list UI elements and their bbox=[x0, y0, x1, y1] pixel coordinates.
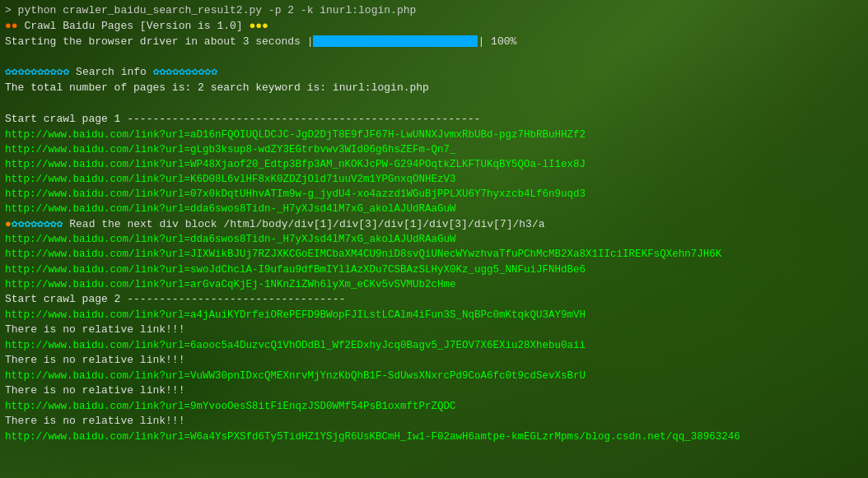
terminal-window: > python crawler_baidu_search_result2.py… bbox=[0, 0, 868, 478]
total-pages-line: The total number of pages is: 2 search k… bbox=[5, 81, 863, 96]
url-line-8: http://www.baidu.com/link?url=JIXWikBJUj… bbox=[5, 247, 863, 262]
url-line-p2-4: http://www.baidu.com/link?url=9mYvooOesS… bbox=[5, 399, 863, 414]
url-line-9: http://www.baidu.com/link?url=swoJdChclA… bbox=[5, 262, 863, 277]
url-line-5: http://www.baidu.com/link?url=07x0kDqtUH… bbox=[5, 187, 863, 202]
url-line-p2-2: http://www.baidu.com/link?url=6aooc5a4Du… bbox=[5, 338, 863, 353]
url-line-6: http://www.baidu.com/link?url=dda6swos8T… bbox=[5, 202, 863, 216]
crawl-header-line: ●● Crawl Baidu Pages [Version is 1.0] ●●… bbox=[5, 19, 863, 35]
url-line-10: http://www.baidu.com/link?url=arGvaCqKjE… bbox=[5, 277, 863, 292]
no-relative-1: There is no relative link!!! bbox=[5, 323, 863, 338]
command-line: > python crawler_baidu_search_result2.py… bbox=[5, 3, 863, 19]
progress-bar bbox=[313, 35, 478, 47]
url-line-7: http://www.baidu.com/link?url=dda6swos8T… bbox=[5, 232, 863, 247]
url-line-2: http://www.baidu.com/link?url=gLgb3ksup8… bbox=[5, 142, 863, 157]
empty-line-1 bbox=[5, 50, 863, 66]
url-line-1: http://www.baidu.com/link?url=aD16nFQOIU… bbox=[5, 128, 863, 142]
crawl-page2-start: Start crawl page 2 ---------------------… bbox=[5, 292, 863, 308]
empty-line-2 bbox=[5, 96, 863, 112]
url-line-p2-1: http://www.baidu.com/link?url=a4jAuiKYDr… bbox=[5, 308, 863, 323]
search-info-header: ✿✿✿✿✿✿✿✿✿✿ Search info ✿✿✿✿✿✿✿✿✿✿ bbox=[5, 65, 863, 81]
url-line-p2-5: http://www.baidu.com/link?url=W6a4YsPXSf… bbox=[5, 429, 863, 444]
no-relative-2: There is no relative link!!! bbox=[5, 353, 863, 369]
url-line-3: http://www.baidu.com/link?url=WP48Xjaof2… bbox=[5, 157, 863, 172]
starting-line: Starting the browser driver in about 3 s… bbox=[5, 35, 863, 50]
no-relative-3: There is no relative link!!! bbox=[5, 383, 863, 399]
read-next-div-line: ●✿✿✿✿✿✿✿✿ Read the next div block /html/… bbox=[5, 217, 863, 233]
crawl-page1-start: Start crawl page 1 ---------------------… bbox=[5, 112, 863, 128]
url-line-4: http://www.baidu.com/link?url=K6D08L6vlH… bbox=[5, 172, 863, 187]
url-line-p2-3: http://www.baidu.com/link?url=VuWW30pnID… bbox=[5, 369, 863, 383]
no-relative-4: There is no relative link!!! bbox=[5, 414, 863, 429]
